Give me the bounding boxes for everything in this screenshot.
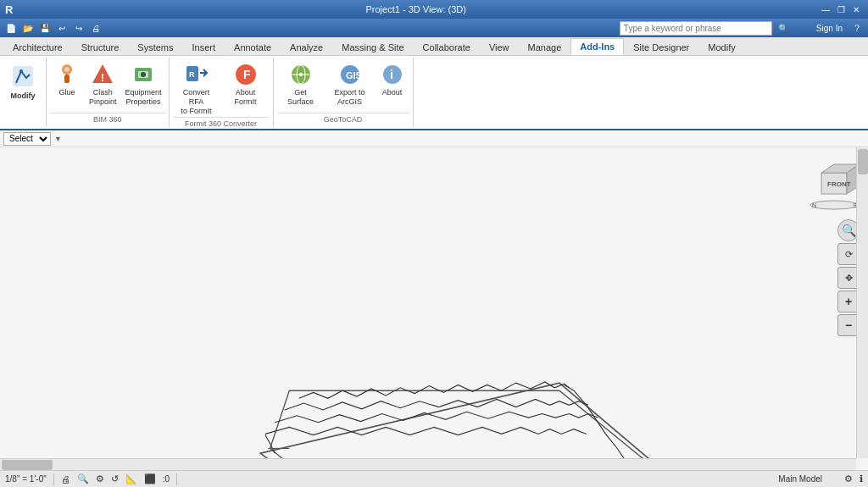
status-count: :0: [163, 474, 170, 484]
export-arcgis-icon: GIS: [337, 61, 364, 88]
qa-print[interactable]: 🖨: [88, 20, 103, 36]
qa-open[interactable]: 📂: [20, 20, 36, 36]
title-bar-title: Project1 - 3D View: (3D): [366, 4, 466, 14]
about-icon: i: [379, 61, 406, 88]
search-button[interactable]: 🔍: [776, 20, 791, 36]
tab-collaborate[interactable]: Collaborate: [414, 38, 480, 55]
about-button[interactable]: i About: [376, 59, 409, 99]
status-sep-1: [53, 473, 54, 485]
main-area: FRONT N S 🔍 ⟳ ✥ + − 1/8" = 1'-0" 🖨 🔍: [0, 147, 868, 487]
get-surface-icon: [287, 61, 314, 88]
modify-button[interactable]: Modify: [4, 59, 42, 102]
tab-modify[interactable]: Modify: [698, 38, 744, 55]
svg-rect-0: [13, 66, 33, 86]
terrain-viewport: [0, 147, 868, 470]
svg-point-4: [64, 67, 70, 72]
clash-button[interactable]: ! ClashPinpoint: [86, 59, 120, 108]
tab-insert[interactable]: Insert: [183, 38, 225, 55]
clash-label: ClashPinpoint: [89, 88, 117, 107]
geotocad-label: GeoToCAD: [277, 113, 409, 125]
tab-view[interactable]: View: [480, 38, 519, 55]
bim360-label: BIM 360: [50, 113, 165, 125]
maximize-button[interactable]: ❐: [834, 3, 848, 16]
status-settings-icon[interactable]: ⚙: [844, 473, 853, 484]
tab-addins[interactable]: Add-Ins: [570, 38, 624, 55]
equipment-label: EquipmentProperties: [125, 88, 162, 107]
vertical-scrollbar[interactable]: [856, 147, 868, 458]
modify-label: Modify: [11, 91, 36, 101]
svg-point-30: [810, 201, 858, 209]
glue-button[interactable]: Glue: [50, 59, 84, 99]
drawing-area[interactable]: FRONT N S 🔍 ⟳ ✥ + −: [0, 147, 868, 470]
export-label: Export to ArcGIS: [330, 88, 370, 107]
get-surface-button[interactable]: Get Surface: [277, 59, 325, 108]
sign-in-button[interactable]: Sign In: [811, 20, 848, 36]
select-dropdown[interactable]: Select Modify Place: [3, 132, 51, 146]
about-formit-icon: F: [232, 61, 259, 88]
close-button[interactable]: ✕: [849, 3, 863, 16]
qa-redo[interactable]: ↪: [71, 20, 86, 36]
glue-label: Glue: [58, 88, 75, 97]
horizontal-scrollbar[interactable]: [0, 458, 856, 470]
app-logo: R: [5, 3, 13, 16]
minimize-button[interactable]: —: [819, 3, 832, 16]
clash-icon: !: [89, 61, 116, 88]
equipment-button[interactable]: EquipmentProperties: [122, 59, 165, 108]
tab-sitedesigner[interactable]: Site Designer: [624, 38, 698, 55]
status-bar: 1/8" = 1'-0" 🖨 🔍 ⚙ ↺ 📐 ⬛ :0 Main Model ⚙…: [0, 470, 868, 487]
qa-save[interactable]: 💾: [37, 20, 53, 36]
status-info-icon[interactable]: ℹ: [860, 473, 863, 484]
status-sep-2: [176, 473, 177, 485]
tab-annotate[interactable]: Annotate: [225, 38, 281, 55]
equipment-icon: [130, 61, 157, 88]
svg-point-1: [19, 69, 23, 73]
select-bar: Select Modify Place ▼: [0, 130, 868, 147]
convert-label: Convert RFAto FormIt: [176, 88, 217, 115]
svg-rect-3: [64, 75, 70, 83]
tab-structure[interactable]: Structure: [72, 38, 129, 55]
svg-point-9: [141, 72, 146, 77]
export-arcgis-button[interactable]: GIS Export to ArcGIS: [326, 59, 374, 108]
ribbon-tabs: Architecture Structure Systems Insert An…: [0, 37, 868, 56]
scale-label: 1/8" = 1'-0": [5, 474, 47, 484]
status-icon-4[interactable]: ↺: [111, 473, 119, 484]
tab-massing[interactable]: Massing & Site: [332, 38, 413, 55]
status-icon-3[interactable]: ⚙: [96, 473, 104, 484]
status-icon-6[interactable]: ⬛: [144, 473, 156, 484]
svg-point-17: [299, 73, 303, 76]
title-bar: R Project1 - 3D View: (3D) — ❐ ✕: [0, 0, 868, 19]
tab-manage[interactable]: Manage: [519, 38, 571, 55]
ribbon-group-formit: R Convert RFAto FormIt F About FormIt Fo…: [170, 58, 274, 127]
svg-text:i: i: [390, 68, 393, 81]
tab-analyze[interactable]: Analyze: [281, 38, 332, 55]
tab-architecture[interactable]: Architecture: [3, 38, 72, 55]
svg-text:F: F: [243, 68, 251, 81]
svg-text:GIS: GIS: [346, 70, 362, 80]
formit-label: Formit 360 Converter: [173, 117, 270, 130]
search-input[interactable]: [620, 21, 772, 36]
model-label: Main Model: [778, 474, 822, 484]
qa-undo[interactable]: ↩: [54, 20, 70, 36]
title-bar-controls: — ❐ ✕: [819, 3, 863, 16]
help-button[interactable]: ?: [849, 20, 865, 36]
svg-text:!: !: [101, 72, 104, 84]
view-cube[interactable]: FRONT N S: [809, 156, 860, 215]
status-icon-1[interactable]: 🖨: [61, 474, 70, 484]
svg-text:FRONT: FRONT: [827, 180, 851, 188]
get-surface-label: Get Surface: [281, 88, 321, 107]
tab-systems[interactable]: Systems: [128, 38, 182, 55]
convert-rfa-button[interactable]: R Convert RFAto FormIt: [173, 59, 220, 117]
about-formit-button[interactable]: F About FormIt: [222, 59, 270, 108]
ribbon-group-geotocad: Get Surface GIS Export to ArcGIS i: [274, 58, 414, 127]
ribbon: Modify Glue !: [0, 56, 868, 130]
status-icon-2[interactable]: 🔍: [77, 473, 89, 484]
svg-marker-23: [260, 383, 718, 470]
qa-new[interactable]: 📄: [3, 20, 19, 36]
svg-text:R: R: [189, 70, 195, 79]
convert-icon: R: [183, 61, 210, 88]
title-bar-left: R: [5, 3, 13, 16]
status-icon-5[interactable]: 📐: [125, 473, 137, 484]
ribbon-group-modify: Modify: [0, 58, 47, 127]
select-arrow: ▼: [54, 135, 62, 143]
modify-icon: [8, 61, 38, 91]
